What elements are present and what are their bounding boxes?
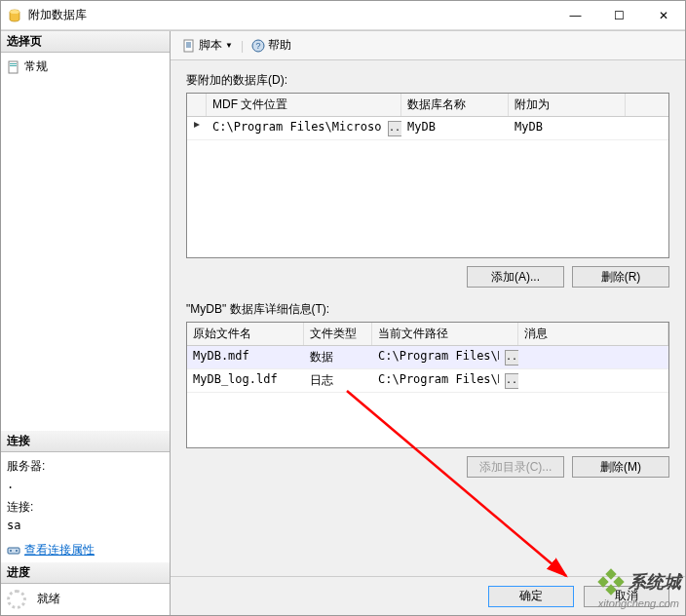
row-selector-icon: ▸	[187, 117, 207, 139]
sidebar: 选择页 常规 连接 服务器: . 连接: sa	[1, 31, 171, 615]
window-title: 附加数据库	[28, 7, 553, 23]
dialog-footer: 确定 取消	[171, 576, 685, 615]
toolbar: 脚本 ▼ | ? 帮助	[171, 31, 685, 60]
svg-rect-8	[184, 40, 193, 52]
col-original-filename[interactable]: 原始文件名	[187, 323, 304, 345]
ok-button[interactable]: 确定	[488, 586, 574, 607]
sidebar-item-label: 常规	[24, 58, 48, 75]
add-directory-button: 添加目录(C)...	[467, 456, 564, 478]
connection-header: 连接	[1, 431, 170, 452]
svg-rect-5	[8, 548, 19, 554]
connection-icon	[7, 544, 20, 558]
watermark-url: xitongcheng.com	[598, 597, 679, 609]
remove-database-button[interactable]: 删除(R)	[572, 266, 669, 288]
progress-spinner-icon	[7, 590, 26, 609]
titlebar: 附加数据库 — ☐ ✕	[1, 1, 685, 30]
details-grid[interactable]: 原始文件名 文件类型 当前文件路径 消息 MyDB.mdf 数据 C:\Prog…	[186, 322, 669, 448]
add-database-button[interactable]: 添加(A)...	[467, 266, 564, 288]
browse-mdf-button[interactable]: ...	[388, 121, 401, 136]
table-row[interactable]: MyDB_log.ldf 日志 C:\Program Files\M... ..…	[187, 369, 668, 393]
svg-rect-4	[10, 65, 17, 66]
help-icon: ?	[251, 39, 265, 53]
svg-rect-3	[10, 63, 17, 64]
progress-header: 进度	[1, 562, 170, 584]
col-message[interactable]: 消息	[518, 323, 668, 345]
server-label: 服务器:	[7, 456, 164, 477]
server-value: .	[7, 477, 164, 497]
svg-point-6	[10, 550, 12, 552]
sidebar-item-general[interactable]: 常规	[7, 57, 164, 77]
table-row[interactable]: ▸ C:\Program Files\Microsoft ... ... MyD…	[187, 117, 668, 140]
database-icon	[7, 8, 22, 23]
databases-grid[interactable]: MDF 文件位置 数据库名称 附加为 ▸ C:\Program Files\Mi…	[186, 93, 669, 258]
browse-path-button[interactable]: ...	[505, 350, 518, 366]
connection-label: 连接:	[7, 497, 164, 518]
col-db-name[interactable]: 数据库名称	[401, 94, 509, 116]
help-button[interactable]: ? 帮助	[248, 35, 295, 56]
col-file-type[interactable]: 文件类型	[304, 323, 372, 345]
col-current-path[interactable]: 当前文件路径	[372, 323, 518, 345]
page-icon	[7, 60, 20, 74]
database-details-label: "MyDB" 数据库详细信息(T):	[186, 301, 669, 318]
main-area: 选择页 常规 连接 服务器: . 连接: sa	[1, 30, 685, 615]
script-icon	[182, 39, 196, 53]
connection-value: sa	[7, 518, 164, 538]
maximize-button[interactable]: ☐	[597, 1, 641, 29]
svg-text:?: ?	[256, 41, 261, 51]
dropdown-arrow-icon: ▼	[225, 41, 233, 50]
minimize-button[interactable]: —	[553, 1, 597, 29]
databases-to-attach-label: 要附加的数据库(D):	[186, 72, 669, 89]
svg-point-1	[10, 10, 19, 14]
table-row[interactable]: MyDB.mdf 数据 C:\Program Files\M... ...	[187, 346, 668, 369]
browse-path-button[interactable]: ...	[505, 373, 518, 389]
svg-point-7	[16, 550, 18, 552]
progress-status: 就绪	[37, 592, 60, 605]
view-connection-props-link[interactable]: 查看连接属性	[24, 542, 95, 558]
content-pane: 脚本 ▼ | ? 帮助 要附加的数据库(D): MDF 文件位置	[171, 31, 685, 615]
script-button[interactable]: 脚本 ▼	[178, 35, 237, 56]
attach-database-dialog: 附加数据库 — ☐ ✕ 选择页 常规 连接 服务器: . 连接:	[0, 0, 686, 616]
remove-file-button[interactable]: 删除(M)	[572, 456, 669, 478]
col-mdf-location[interactable]: MDF 文件位置	[207, 94, 401, 116]
col-attach-as[interactable]: 附加为	[509, 94, 626, 116]
close-button[interactable]: ✕	[641, 1, 685, 29]
svg-rect-2	[9, 61, 18, 73]
titlebar-controls: — ☐ ✕	[553, 1, 685, 29]
select-page-header: 选择页	[1, 31, 170, 53]
